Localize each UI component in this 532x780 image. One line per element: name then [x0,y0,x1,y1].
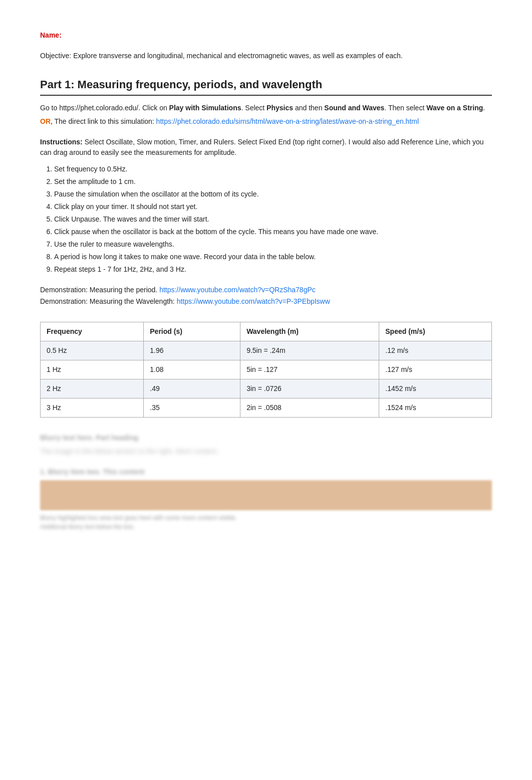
step-3: Pause the simulation when the oscillator… [54,189,492,200]
table-row: 1 Hz 1.08 5in = .127 .127 m/s [41,360,492,379]
cell-speed-4: .1524 m/s [379,399,492,418]
steps-list: Set frequency to 0.5Hz. Set the amplitud… [54,164,492,275]
cell-freq-2: 1 Hz [41,360,144,379]
blurred-box-text-1: Blurry highlighted box area text goes he… [40,513,492,522]
go-to-text5: . [483,104,485,112]
cell-speed-2: .127 m/s [379,360,492,379]
blurred-box [40,480,492,510]
col-frequency: Frequency [41,322,144,341]
objective-text: Objective: Explore transverse and longit… [40,51,492,61]
cell-speed-3: .1452 m/s [379,379,492,399]
demo-section: Demonstration: Measuring the period. htt… [40,285,492,307]
step-7: Use the ruler to measure wavelengths. [54,239,492,250]
step-2: Set the amplitude to 1 cm. [54,176,492,187]
instructions-label: Instructions: [40,138,83,146]
blurred-subtext-1: The image in the below section to the ri… [40,446,492,457]
cell-freq-1: 0.5 Hz [41,341,144,360]
physics-text: Physics [267,104,293,112]
step-5: Click Unpause. The waves and the timer w… [54,214,492,225]
or-rest-text: The direct link to this simulation: [53,117,156,125]
blurred-heading-1: Blurry text here. Part heading [40,433,492,443]
instructions-paragraph: Instructions: Select Oscillate, Slow mot… [40,137,492,158]
blurred-section-1: Blurry text here. Part heading The image… [40,433,492,457]
cell-period-3: .49 [144,379,240,399]
demo-period-link[interactable]: https://www.youtube.com/watch?v=QRzSha78… [159,286,316,294]
col-speed: Speed (m/s) [379,322,492,341]
part1-heading: Part 1: Measuring frequency, periods, an… [40,76,492,96]
name-label: Name: [40,30,492,41]
col-wavelength: Wavelength (m) [240,322,379,341]
demo-wavelength-line: Demonstration: Measuring the Wavelength:… [40,296,492,307]
demo-period-label: Demonstration: Measuring the period. [40,286,159,294]
go-to-paragraph: Go to https://phet.colorado.edu/. Click … [40,103,492,113]
cell-wavelength-3: 3in = .0726 [240,379,379,399]
go-to-text3: and then [293,104,324,112]
demo-wavelength-label: Demonstration: Measuring the Wavelength: [40,297,177,305]
demo-wavelength-link[interactable]: https://www.youtube.com/watch?v=P-3PEbpI… [177,297,330,305]
demo-period-line: Demonstration: Measuring the period. htt… [40,285,492,295]
step-1: Set frequency to 0.5Hz. [54,164,492,174]
play-with-simulations-text: Play with Simulations [169,104,241,112]
table-row: 3 Hz .35 2in = .0508 .1524 m/s [41,399,492,418]
data-table: Frequency Period (s) Wavelength (m) Spee… [40,322,492,418]
go-to-text4: . Then select [384,104,426,112]
cell-period-1: 1.96 [144,341,240,360]
cell-wavelength-2: 5in = .127 [240,360,379,379]
step-4: Click play on your timer. It should not … [54,202,492,212]
col-period: Period (s) [144,322,240,341]
simulation-link[interactable]: https://phet.colorado.edu/sims/html/wave… [156,117,419,125]
instructions-text: Select Oscillate, Slow motion, Timer, an… [40,138,484,156]
step-6: Click pause when the oscillator is back … [54,227,492,237]
cell-wavelength-1: 9.5in = .24m [240,341,379,360]
cell-period-2: 1.08 [144,360,240,379]
blurred-heading-2: 1. Blurry item two. This content [40,467,492,477]
table-row: 0.5 Hz 1.96 9.5in = .24m .12 m/s [41,341,492,360]
step-9: Repeat steps 1 - 7 for 1Hz, 2Hz, and 3 H… [54,264,492,275]
or-bold-text: OR, [40,117,53,125]
cell-period-4: .35 [144,399,240,418]
blurred-box-text-2: Additional blurry text below the box. [40,522,492,531]
wave-on-a-string-text: Wave on a String [426,104,483,112]
blurred-section-2: 1. Blurry item two. This content Blurry … [40,467,492,531]
table-row: 2 Hz .49 3in = .0726 .1452 m/s [41,379,492,399]
go-to-text2: . Select [241,104,267,112]
go-to-text1: Go to https://phet.colorado.edu/. Click … [40,104,169,112]
sound-and-waves-text: Sound and Waves [324,104,384,112]
cell-wavelength-4: 2in = .0508 [240,399,379,418]
step-8: A period is how long it takes to make on… [54,252,492,262]
cell-freq-4: 3 Hz [41,399,144,418]
cell-speed-1: .12 m/s [379,341,492,360]
or-paragraph: OR, The direct link to this simulation: … [40,116,492,127]
cell-freq-3: 2 Hz [41,379,144,399]
table-header-row: Frequency Period (s) Wavelength (m) Spee… [41,322,492,341]
